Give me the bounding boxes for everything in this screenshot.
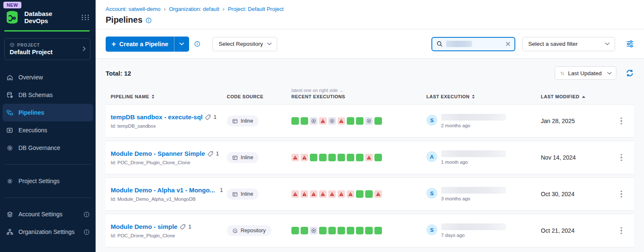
execution-status-success[interactable] <box>347 227 354 234</box>
avatar: S <box>426 188 437 199</box>
execution-status-success[interactable] <box>356 227 364 234</box>
sidebar-item-project-settings[interactable]: Project Settings <box>0 172 96 190</box>
execution-status-success[interactable] <box>347 154 354 161</box>
project-selector[interactable]: PROJECT Default Project <box>4 38 91 60</box>
sidebar-item-pipelines[interactable]: Pipelines <box>3 104 93 121</box>
execution-status-failed[interactable] <box>347 190 354 198</box>
column-label: LAST EXECUTION <box>426 94 470 99</box>
execution-status-success[interactable] <box>356 190 364 198</box>
execution-status-success[interactable] <box>365 190 373 198</box>
execution-status-failed[interactable] <box>328 190 336 198</box>
execution-status-failed[interactable] <box>301 154 308 161</box>
filter-sliders-icon[interactable] <box>626 40 634 47</box>
pipeline-name-link[interactable]: tempDB sandbox - execute-sql <box>111 113 203 121</box>
execution-status-aborted[interactable] <box>328 117 336 125</box>
info-icon[interactable] <box>83 229 90 235</box>
sidebar-item-overview[interactable]: Overview <box>0 68 96 86</box>
code-source-label: Inline <box>241 155 253 160</box>
table-row[interactable]: tempDB sandbox - execute-sql1Id: tempDB_… <box>106 104 634 138</box>
column-header-last-execution[interactable]: LAST EXECUTION <box>421 94 536 99</box>
execution-status-success[interactable] <box>356 117 364 125</box>
info-icon[interactable] <box>145 17 152 24</box>
execution-status-failed[interactable] <box>338 190 345 198</box>
column-header-recent-executions: latest one on right side → RECENT EXECUT… <box>286 88 421 99</box>
table-row[interactable]: Module Demo - simple1Id: POC_Drone_Plugi… <box>106 214 634 247</box>
execution-status-success[interactable] <box>347 117 354 125</box>
execution-status-success[interactable] <box>301 227 308 234</box>
execution-status-success[interactable] <box>338 154 345 161</box>
pipeline-id: Id: POC_Drone_Plugin_Clone <box>111 233 222 238</box>
column-header-last-modified[interactable]: LAST MODIFIED <box>536 94 609 99</box>
gear-icon <box>6 178 13 185</box>
row-menu-button[interactable] <box>618 152 625 164</box>
sidebar-item-db-schemas[interactable]: DB Schemas <box>0 86 96 104</box>
create-pipeline-menu-button[interactable] <box>174 37 189 52</box>
execution-status-success[interactable] <box>356 154 364 161</box>
pipeline-name-link[interactable]: Module Demo - Alpha v1 - Mongo... <box>111 186 215 194</box>
sort-dropdown[interactable]: ↑↓ Last Updated <box>555 66 616 80</box>
failed-icon <box>311 192 316 197</box>
breadcrumb-account-link[interactable]: Account: satwell-demo <box>106 6 161 12</box>
execution-status-failed[interactable] <box>365 154 373 161</box>
page-title: Pipelines <box>106 15 143 25</box>
execution-status-aborted[interactable] <box>310 117 317 125</box>
execution-status-success[interactable] <box>301 117 308 125</box>
chevron-right-icon <box>83 45 86 53</box>
select-repository-dropdown[interactable]: Select Repository <box>212 37 277 51</box>
table-row[interactable]: Module Demo - Alpha v1 - Mongo...1Id: Mo… <box>106 177 634 211</box>
execution-status-success[interactable] <box>374 117 382 125</box>
pipeline-id: Id: POC_Drone_Plugin_Clone_Clone <box>111 160 222 165</box>
tag-count: 1 <box>188 223 191 230</box>
pipeline-name-link[interactable]: Module Demo - Spanner Simple <box>111 150 205 157</box>
row-menu-button[interactable] <box>618 115 625 127</box>
info-icon[interactable] <box>83 211 90 218</box>
create-pipeline-button[interactable]: + Create a Pipeline <box>106 40 174 48</box>
app-grid-icon[interactable] <box>82 15 90 20</box>
row-menu-button[interactable] <box>618 225 625 237</box>
refresh-icon[interactable] <box>626 69 634 77</box>
breadcrumb-separator: › <box>223 6 224 12</box>
breadcrumb-project-link[interactable]: Project: Default Project <box>228 6 283 12</box>
execution-status-success[interactable] <box>365 227 373 234</box>
execution-status-failed[interactable] <box>301 190 308 198</box>
breadcrumb-organization-link[interactable]: Organization: default <box>169 6 219 12</box>
execution-status-success[interactable] <box>374 154 382 161</box>
pipeline-name-link[interactable]: Module Demo - simple <box>111 223 177 230</box>
search-input[interactable] <box>431 37 515 51</box>
execution-status-failed[interactable] <box>338 117 345 125</box>
sidebar-item-executions[interactable]: Executions <box>0 121 96 139</box>
column-label: LAST MODIFIED <box>541 94 579 99</box>
sidebar-item-account-settings[interactable]: Account Settings <box>0 205 96 223</box>
redacted-user-name <box>441 150 506 157</box>
sidebar-item-label: Organization Settings <box>18 228 75 235</box>
app-logo-icon <box>4 9 20 25</box>
plus-icon: + <box>112 40 116 48</box>
saved-filter-dropdown[interactable]: Select a saved filter <box>522 37 615 51</box>
execution-status-success[interactable] <box>291 117 299 125</box>
execution-status-failed[interactable] <box>319 190 327 198</box>
sidebar-item-db-governance[interactable]: DB Governance <box>0 139 96 157</box>
execution-status-failed[interactable] <box>291 154 299 161</box>
execution-status-failed[interactable] <box>291 190 299 198</box>
table-row[interactable]: Module Demo - Spanner Simple1Id: POC_Dro… <box>106 141 634 174</box>
execution-status-failed[interactable] <box>319 117 327 125</box>
execution-status-success[interactable] <box>374 227 382 234</box>
row-menu-button[interactable] <box>618 188 625 200</box>
execution-status-success[interactable] <box>328 154 336 161</box>
column-header-pipeline-name[interactable]: PIPELINE NAME <box>106 94 222 99</box>
sidebar-item-organization-settings[interactable]: Organization Settings <box>0 223 96 241</box>
execution-status-success[interactable] <box>310 154 317 161</box>
execution-status-success[interactable] <box>291 227 299 234</box>
execution-status-success[interactable] <box>319 154 327 161</box>
execution-status-success[interactable] <box>328 227 336 234</box>
sort-arrows-icon: ↑↓ <box>560 70 564 76</box>
info-icon[interactable] <box>194 41 200 47</box>
execution-status-failed[interactable] <box>374 190 382 198</box>
execution-status-aborted[interactable] <box>365 117 373 125</box>
avatar: A <box>426 151 437 162</box>
execution-status-success[interactable] <box>319 227 327 234</box>
execution-status-aborted[interactable] <box>310 227 317 234</box>
clear-search-button[interactable] <box>506 42 510 46</box>
execution-status-failed[interactable] <box>310 190 317 198</box>
execution-status-success[interactable] <box>338 227 345 234</box>
